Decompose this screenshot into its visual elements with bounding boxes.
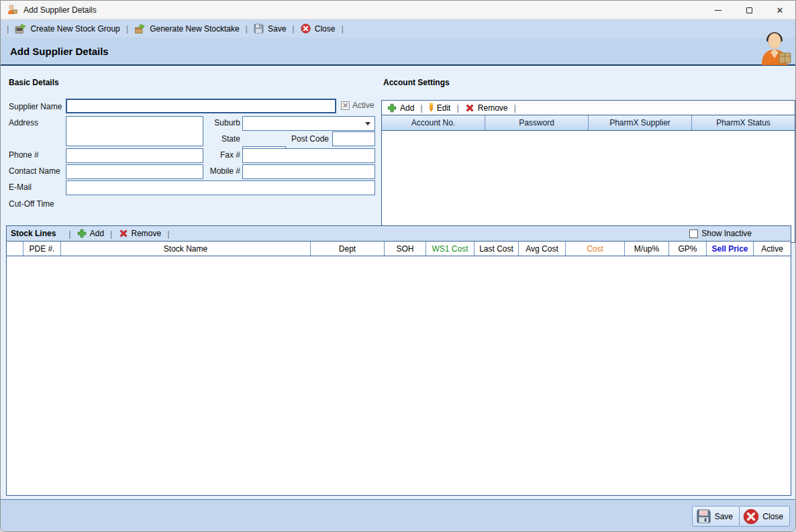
stock-grid-body	[7, 256, 791, 495]
account-edit-button[interactable]: Edit	[426, 103, 454, 113]
add-icon	[77, 229, 87, 238]
contact-name-label: Contact Name	[9, 166, 60, 176]
chevron-down-icon	[365, 122, 370, 125]
column-header-indicator[interactable]	[7, 242, 23, 256]
footer-bar: Save Close	[1, 499, 795, 531]
fax-input[interactable]	[242, 148, 375, 163]
title-bar: Add Supplier Details ✕	[1, 1, 795, 19]
separator: |	[164, 229, 172, 239]
separator: |	[511, 103, 519, 113]
account-remove-button[interactable]: Remove	[462, 103, 511, 113]
supplier-name-label: Supplier Name	[9, 102, 62, 111]
active-checkbox[interactable]	[341, 101, 350, 110]
page-title: Add Supplier Details	[10, 46, 109, 57]
post-code-label: Post Code	[291, 134, 329, 144]
address-input[interactable]	[66, 116, 203, 146]
maximize-button[interactable]	[734, 1, 764, 19]
active-checkbox-group[interactable]: Active	[341, 101, 375, 110]
stock-add-button[interactable]: Add	[74, 229, 107, 238]
separator: |	[289, 23, 297, 34]
create-new-stock-group-label: Create New Stock Group	[30, 24, 119, 34]
user-avatar-icon	[758, 30, 791, 65]
column-header-sell-price[interactable]: Sell Price	[706, 242, 753, 256]
generate-new-stocktake-button[interactable]: Generate New Stocktake	[132, 22, 242, 36]
fax-label: Fax #	[202, 150, 240, 160]
column-header-pde[interactable]: PDE #.	[23, 242, 60, 256]
separator: |	[123, 23, 132, 34]
separator: |	[453, 103, 462, 113]
account-add-button[interactable]: Add	[385, 103, 417, 113]
column-header-cost[interactable]: Cost	[565, 242, 624, 256]
close-label: Close	[762, 512, 783, 521]
suburb-select[interactable]	[242, 116, 375, 131]
column-header-active[interactable]: Active	[753, 242, 791, 256]
column-header-avg-cost[interactable]: Avg Cost	[518, 242, 565, 256]
account-add-label: Add	[400, 103, 414, 113]
show-inactive-checkbox[interactable]	[689, 229, 698, 238]
minimize-button[interactable]	[703, 1, 734, 19]
stock-remove-button[interactable]: Remove	[116, 229, 164, 238]
separator: |	[65, 229, 74, 239]
save-button[interactable]: Save	[692, 506, 740, 527]
save-icon	[696, 509, 711, 524]
app-supplier-icon	[7, 4, 18, 15]
show-inactive-checkbox-group[interactable]: Show Inactive	[689, 229, 787, 238]
stocktake-icon	[134, 23, 146, 34]
show-inactive-label: Show Inactive	[701, 229, 752, 238]
supplier-name-input[interactable]	[66, 99, 336, 113]
separator: |	[107, 229, 115, 239]
email-label: E-Mail	[9, 182, 32, 192]
account-settings-grid: Add | Edit |	[381, 100, 795, 243]
window-title: Add Supplier Details	[23, 5, 97, 15]
separator: |	[242, 23, 251, 34]
close-button-toolbar[interactable]: Close	[298, 22, 338, 35]
state-label: State	[202, 134, 240, 144]
remove-x-icon	[119, 229, 128, 238]
remove-x-icon	[465, 103, 475, 113]
content-area: Basic Details Supplier Name Active Addre…	[1, 67, 795, 500]
cutoff-time-label: Cut-Off Time	[9, 199, 54, 209]
save-label-toolbar: Save	[268, 24, 286, 34]
column-header-soh[interactable]: SOH	[384, 242, 426, 256]
account-settings-toolbar: Add | Edit |	[382, 101, 795, 115]
phone-input[interactable]	[66, 148, 203, 163]
edit-pencil-icon	[429, 103, 434, 113]
generate-new-stocktake-label: Generate New Stocktake	[150, 24, 239, 34]
close-label-toolbar: Close	[315, 24, 336, 34]
suburb-label: Suburb	[202, 118, 240, 127]
email-input[interactable]	[66, 180, 375, 195]
active-label: Active	[352, 101, 375, 110]
stock-group-icon	[15, 23, 26, 34]
save-button-toolbar[interactable]: Save	[251, 22, 289, 35]
column-header-markup[interactable]: M/up%	[624, 242, 668, 256]
column-header-pharmx-status[interactable]: PharmX Status	[691, 115, 795, 130]
column-header-password[interactable]: Password	[485, 115, 588, 130]
stock-add-label: Add	[90, 229, 104, 238]
stock-lines-title: Stock Lines	[11, 229, 56, 238]
column-header-stock-name[interactable]: Stock Name	[60, 242, 310, 256]
column-header-account-no[interactable]: Account No.	[382, 115, 485, 130]
separator: |	[417, 103, 426, 113]
save-icon	[254, 23, 264, 34]
create-new-stock-group-button[interactable]: Create New Stock Group	[12, 22, 122, 36]
page-header: Add Supplier Details	[1, 38, 795, 66]
column-header-ws1-cost[interactable]: WS1 Cost	[426, 242, 474, 256]
contact-name-input[interactable]	[66, 164, 203, 179]
close-window-button[interactable]: ✕	[764, 1, 795, 19]
column-header-dept[interactable]: Dept	[310, 242, 384, 256]
column-header-last-cost[interactable]: Last Cost	[474, 242, 518, 256]
account-edit-label: Edit	[437, 103, 451, 113]
main-toolbar: | Create New Stock Group | Generate New	[1, 19, 795, 38]
column-header-gp[interactable]: GP%	[668, 242, 706, 256]
basic-details-title: Basic Details	[9, 78, 59, 87]
column-header-pharmx-supplier[interactable]: PharmX Supplier	[588, 115, 691, 130]
close-button[interactable]: Close	[739, 506, 790, 527]
add-icon	[387, 103, 397, 113]
post-code-input[interactable]	[332, 131, 375, 146]
mobile-input[interactable]	[242, 164, 375, 179]
separator: |	[3, 23, 12, 34]
stock-lines-toolbar: Stock Lines | Add | Remove |	[7, 226, 791, 242]
account-settings-title: Account Settings	[383, 78, 450, 87]
account-grid-header: Account No. Password PharmX Supplier Pha…	[382, 115, 795, 131]
stock-grid-header: PDE #. Stock Name Dept SOH WS1 Cost Last…	[7, 242, 791, 256]
